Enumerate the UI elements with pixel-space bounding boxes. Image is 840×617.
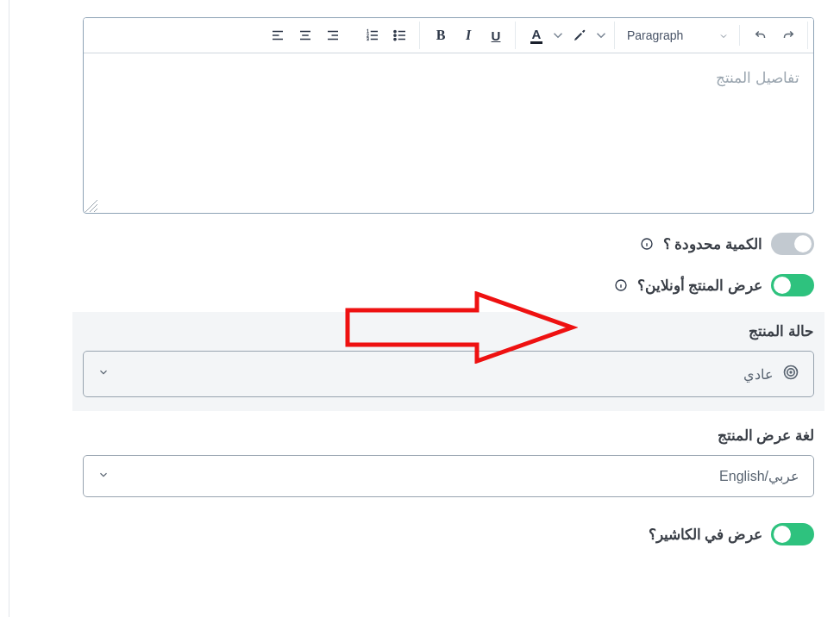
limited-qty-toggle[interactable] <box>771 233 814 255</box>
svg-point-10 <box>394 34 396 36</box>
editor-placeholder: تفاصيل المنتج <box>716 70 799 86</box>
chevron-down-icon <box>97 469 110 484</box>
highlight-dropdown[interactable] <box>593 22 609 49</box>
product-language-select[interactable]: عربي/English <box>83 455 814 497</box>
paragraph-style-select[interactable]: Paragraph <box>622 25 734 46</box>
svg-point-9 <box>394 30 396 32</box>
svg-point-11 <box>394 38 396 40</box>
product-language-section: لغة عرض المنتج عربي/English <box>83 427 814 497</box>
limited-qty-row: الكمية محدودة ؟ <box>83 233 814 255</box>
product-language-value: عربي/English <box>719 468 799 484</box>
ordered-list-button[interactable]: 123 <box>359 22 386 49</box>
limited-qty-label: الكمية محدودة ؟ <box>663 235 762 253</box>
product-status-title: حالة المنتج <box>83 322 814 340</box>
italic-button[interactable]: I <box>454 22 482 49</box>
paragraph-style-label: Paragraph <box>627 28 718 42</box>
show-online-label: عرض المنتج أونلاين؟ <box>637 277 762 295</box>
text-color-button[interactable]: A <box>523 22 550 49</box>
redo-button[interactable] <box>774 22 802 49</box>
editor-toolbar: Paragraph A <box>84 18 813 53</box>
product-language-title: لغة عرض المنتج <box>83 427 814 445</box>
product-status-section: حالة المنتج عادي <box>72 312 824 411</box>
chevron-down-icon <box>718 30 729 41</box>
editor-content-area[interactable]: تفاصيل المنتج <box>84 53 813 213</box>
show-online-row: عرض المنتج أونلاين؟ <box>83 274 814 296</box>
unordered-list-button[interactable] <box>386 22 414 49</box>
bold-button[interactable]: B <box>427 22 454 49</box>
undo-button[interactable] <box>747 22 774 49</box>
highlight-button[interactable] <box>566 22 593 49</box>
chevron-down-icon <box>97 366 110 382</box>
align-center-button[interactable] <box>291 22 319 49</box>
underline-button[interactable]: U <box>482 22 510 49</box>
product-status-select[interactable]: عادي <box>83 351 814 397</box>
align-left-button[interactable] <box>264 22 291 49</box>
product-status-value: عادي <box>743 366 774 383</box>
resize-handle[interactable] <box>85 199 97 211</box>
rich-text-editor: Paragraph A <box>83 17 814 214</box>
align-right-button[interactable] <box>319 22 347 49</box>
text-color-dropdown[interactable] <box>550 22 566 49</box>
svg-point-29 <box>790 371 792 373</box>
show-cashier-row: عرض في الكاشير؟ <box>83 523 814 545</box>
show-cashier-toggle[interactable] <box>771 523 814 545</box>
target-icon <box>782 364 799 384</box>
info-icon[interactable] <box>613 277 629 293</box>
show-cashier-label: عرض في الكاشير؟ <box>649 526 762 544</box>
show-online-toggle[interactable] <box>771 274 814 296</box>
info-icon[interactable] <box>639 236 655 252</box>
svg-text:3: 3 <box>367 37 369 41</box>
sidebar-divider <box>9 0 9 617</box>
